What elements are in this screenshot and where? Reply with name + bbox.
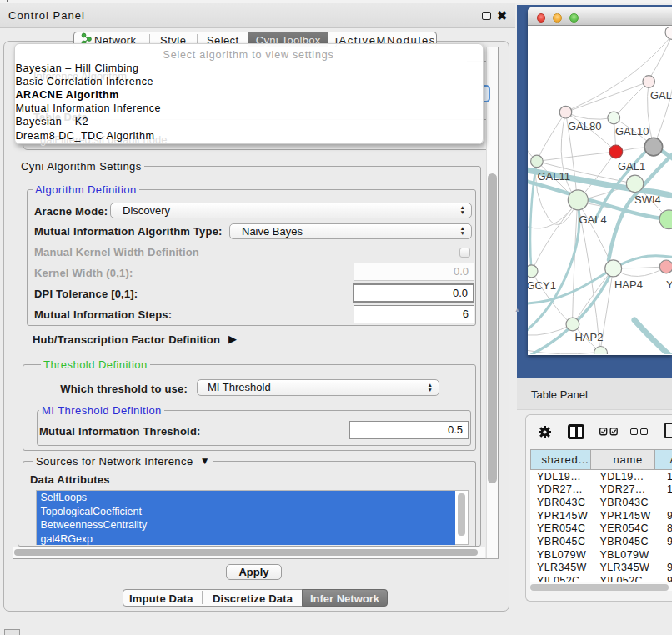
- svg-text:GAL11: GAL11: [537, 170, 569, 182]
- svg-text:GAL1: GAL1: [617, 160, 644, 172]
- svg-text:HAP2: HAP2: [574, 331, 603, 343]
- svg-text:GAL4: GAL4: [579, 213, 606, 226]
- svg-text:Y: Y: [665, 278, 672, 291]
- svg-text:GAL80: GAL80: [568, 120, 601, 132]
- svg-text:HAP4: HAP4: [614, 278, 642, 291]
- svg-text:SWI4: SWI4: [634, 193, 660, 206]
- svg-text:GCY1: GCY1: [528, 280, 556, 292]
- svg-text:GAL7: GAL7: [649, 89, 672, 102]
- svg-text:GAL10: GAL10: [614, 125, 648, 138]
